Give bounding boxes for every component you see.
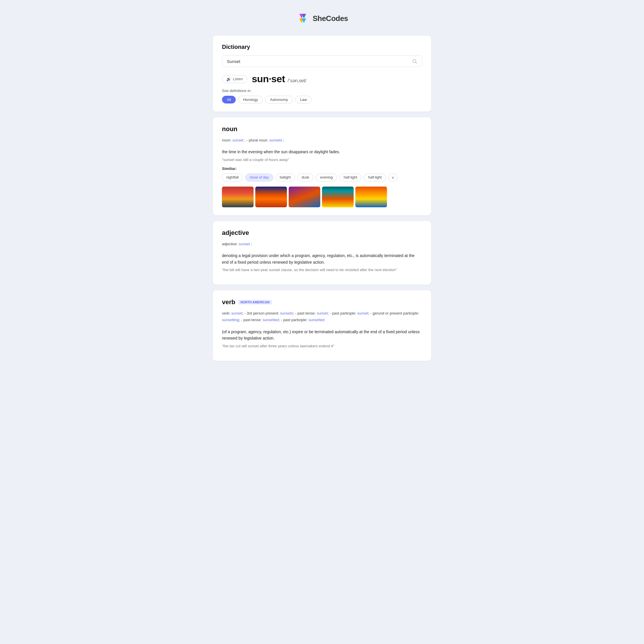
verb-title-row: verb NORTH AMERICAN	[222, 298, 422, 306]
sunset-image-3	[289, 187, 320, 207]
search-button[interactable]	[412, 59, 417, 64]
listen-button[interactable]: 🔊 Listen	[222, 75, 247, 83]
noun-form-prefix1: noun:	[222, 138, 231, 142]
verb-form-link4[interactable]: sunset	[357, 311, 368, 315]
header: SheCodes	[213, 11, 431, 25]
syn-half-light-2[interactable]: half-light	[364, 174, 386, 181]
listen-label: Listen	[233, 77, 243, 81]
verb-pos-title: verb	[222, 298, 235, 306]
dictionary-title: Dictionary	[222, 44, 422, 50]
category-pills: All Horology Astronomy Law	[222, 96, 422, 103]
synonym-pills: nightfall close of day twilight dusk eve…	[222, 174, 422, 181]
syn-nightfall[interactable]: nightfall	[222, 174, 243, 181]
word-row: 🔊 Listen sun·set /ˈsən,set/	[222, 73, 422, 85]
noun-definition: the time in the evening when the sun dis…	[222, 149, 422, 155]
verb-example: "the tax cut will sunset after three yea…	[222, 344, 422, 348]
category-horology[interactable]: Horology	[238, 96, 263, 103]
noun-form-sep1: ; - plural noun:	[244, 138, 268, 142]
noun-form-end: ;	[283, 138, 284, 142]
adjective-forms: adjective: sunset ;	[222, 241, 422, 247]
verb-badge: NORTH AMERICAN	[238, 300, 272, 304]
verb-form-link6[interactable]: sunsetted	[263, 318, 279, 322]
adjective-definition: denoting a legal provision under which a…	[222, 252, 422, 265]
noun-forms: noun: sunset ; - plural noun: sunsets ;	[222, 137, 422, 143]
sunset-image-2	[255, 187, 287, 207]
syn-dusk[interactable]: dusk	[297, 174, 313, 181]
verb-forms: verb: sunset; - 3rd person present: suns…	[222, 310, 422, 323]
syn-evening[interactable]: evening	[316, 174, 337, 181]
syn-half-light-1[interactable]: half-light	[339, 174, 361, 181]
word-phonetic: /ˈsən,set/	[287, 78, 306, 83]
noun-card: noun noun: sunset ; - plural noun: sunse…	[213, 117, 431, 215]
category-astronomy[interactable]: Astronomy	[265, 96, 293, 103]
sunset-image-5	[355, 187, 387, 207]
page-container: SheCodes Dictionary 🔊 Listen sun·set /ˈs…	[213, 11, 431, 361]
logo-text: SheCodes	[313, 14, 348, 23]
verb-form-link5[interactable]: sunsetting	[222, 318, 239, 322]
verb-form-link2[interactable]: sunsets	[280, 311, 293, 315]
word-main: sun·set /ˈsən,set/	[252, 73, 306, 85]
search-box	[222, 55, 422, 67]
category-all[interactable]: All	[222, 96, 236, 103]
adjective-card: adjective adjective: sunset ; denoting a…	[213, 221, 431, 285]
sunset-image-1	[222, 187, 254, 207]
adjective-example: "the bill will have a two-year sunset cl…	[222, 268, 422, 272]
adjective-pos-title: adjective	[222, 229, 422, 237]
adj-form-prefix1: adjective:	[222, 242, 238, 246]
similiar-label: Similiar:	[222, 166, 422, 171]
speaker-icon: 🔊	[226, 77, 231, 81]
verb-form-link7[interactable]: sunsetted	[308, 318, 325, 322]
verb-form-link3[interactable]: sunset	[317, 311, 328, 315]
verb-form-link1[interactable]: sunset	[231, 311, 242, 315]
search-input[interactable]	[227, 59, 412, 64]
dictionary-card: Dictionary 🔊 Listen sun·set /ˈsən,set/ S…	[213, 36, 431, 112]
search-icon	[412, 59, 417, 64]
shecodes-logo-icon	[296, 11, 310, 25]
sunset-image-4	[322, 187, 354, 207]
verb-definition: (of a program, agency, regulation, etc.)…	[222, 329, 422, 342]
noun-form-link2[interactable]: sunsets	[269, 138, 282, 142]
see-defs-label: See definitions in:	[222, 89, 422, 93]
syn-twilight[interactable]: twilight	[275, 174, 295, 181]
adj-form-end: ;	[251, 242, 252, 246]
images-row	[222, 187, 422, 207]
adj-form-link1[interactable]: sunset	[239, 242, 250, 246]
syn-more-button[interactable]: ∨	[388, 174, 398, 181]
noun-form-link1[interactable]: sunset	[232, 138, 243, 142]
noun-pos-title: noun	[222, 125, 422, 133]
category-law[interactable]: Law	[295, 96, 312, 103]
verb-card: verb NORTH AMERICAN verb: sunset; - 3rd …	[213, 290, 431, 361]
syn-close-of-day[interactable]: close of day	[245, 174, 273, 181]
svg-line-5	[415, 62, 417, 63]
noun-example: "sunset was still a couple of hours away…	[222, 158, 422, 162]
